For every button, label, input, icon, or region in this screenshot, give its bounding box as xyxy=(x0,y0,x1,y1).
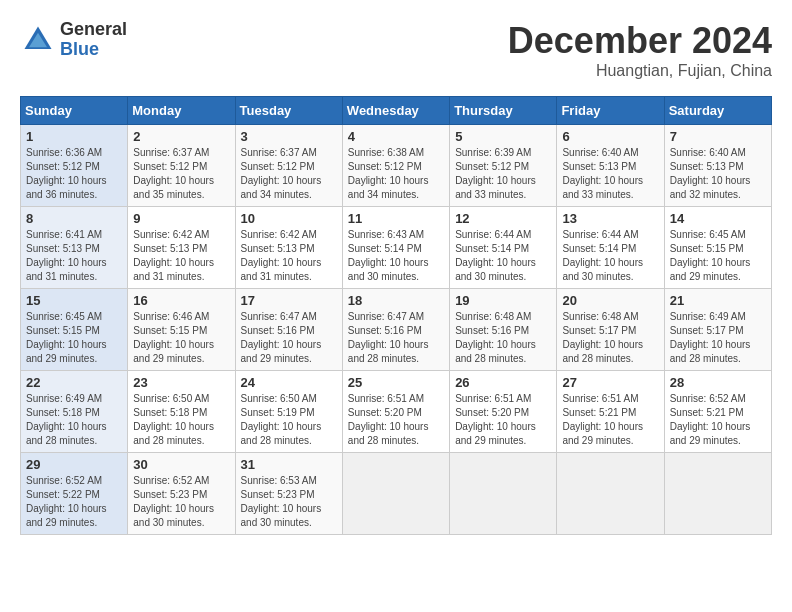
day-number: 10 xyxy=(241,211,337,226)
calendar-cell: 23Sunrise: 6:50 AM Sunset: 5:18 PM Dayli… xyxy=(128,371,235,453)
day-number: 26 xyxy=(455,375,551,390)
day-info: Sunrise: 6:47 AM Sunset: 5:16 PM Dayligh… xyxy=(348,310,444,366)
calendar-cell: 3Sunrise: 6:37 AM Sunset: 5:12 PM Daylig… xyxy=(235,125,342,207)
day-info: Sunrise: 6:52 AM Sunset: 5:23 PM Dayligh… xyxy=(133,474,229,530)
calendar-title: December 2024 xyxy=(508,20,772,62)
day-info: Sunrise: 6:52 AM Sunset: 5:22 PM Dayligh… xyxy=(26,474,122,530)
calendar-cell: 24Sunrise: 6:50 AM Sunset: 5:19 PM Dayli… xyxy=(235,371,342,453)
calendar-cell: 20Sunrise: 6:48 AM Sunset: 5:17 PM Dayli… xyxy=(557,289,664,371)
day-info: Sunrise: 6:40 AM Sunset: 5:13 PM Dayligh… xyxy=(562,146,658,202)
logo-blue-text: Blue xyxy=(60,40,127,60)
day-info: Sunrise: 6:36 AM Sunset: 5:12 PM Dayligh… xyxy=(26,146,122,202)
calendar-cell: 21Sunrise: 6:49 AM Sunset: 5:17 PM Dayli… xyxy=(664,289,771,371)
calendar-cell: 16Sunrise: 6:46 AM Sunset: 5:15 PM Dayli… xyxy=(128,289,235,371)
day-number: 13 xyxy=(562,211,658,226)
day-number: 30 xyxy=(133,457,229,472)
logo-icon xyxy=(20,22,56,58)
day-number: 29 xyxy=(26,457,122,472)
calendar-subtitle: Huangtian, Fujian, China xyxy=(508,62,772,80)
day-info: Sunrise: 6:45 AM Sunset: 5:15 PM Dayligh… xyxy=(670,228,766,284)
calendar-week-row: 22Sunrise: 6:49 AM Sunset: 5:18 PM Dayli… xyxy=(21,371,772,453)
day-number: 21 xyxy=(670,293,766,308)
weekday-row: SundayMondayTuesdayWednesdayThursdayFrid… xyxy=(21,97,772,125)
calendar-cell: 12Sunrise: 6:44 AM Sunset: 5:14 PM Dayli… xyxy=(450,207,557,289)
calendar-cell: 28Sunrise: 6:52 AM Sunset: 5:21 PM Dayli… xyxy=(664,371,771,453)
calendar-cell: 2Sunrise: 6:37 AM Sunset: 5:12 PM Daylig… xyxy=(128,125,235,207)
calendar-cell: 8Sunrise: 6:41 AM Sunset: 5:13 PM Daylig… xyxy=(21,207,128,289)
day-info: Sunrise: 6:46 AM Sunset: 5:15 PM Dayligh… xyxy=(133,310,229,366)
day-number: 28 xyxy=(670,375,766,390)
calendar-cell: 30Sunrise: 6:52 AM Sunset: 5:23 PM Dayli… xyxy=(128,453,235,535)
calendar-cell: 26Sunrise: 6:51 AM Sunset: 5:20 PM Dayli… xyxy=(450,371,557,453)
day-number: 19 xyxy=(455,293,551,308)
calendar-cell xyxy=(342,453,449,535)
weekday-header: Thursday xyxy=(450,97,557,125)
day-info: Sunrise: 6:50 AM Sunset: 5:19 PM Dayligh… xyxy=(241,392,337,448)
day-info: Sunrise: 6:45 AM Sunset: 5:15 PM Dayligh… xyxy=(26,310,122,366)
calendar-cell: 19Sunrise: 6:48 AM Sunset: 5:16 PM Dayli… xyxy=(450,289,557,371)
day-info: Sunrise: 6:48 AM Sunset: 5:17 PM Dayligh… xyxy=(562,310,658,366)
day-number: 27 xyxy=(562,375,658,390)
day-info: Sunrise: 6:37 AM Sunset: 5:12 PM Dayligh… xyxy=(241,146,337,202)
day-info: Sunrise: 6:48 AM Sunset: 5:16 PM Dayligh… xyxy=(455,310,551,366)
day-number: 3 xyxy=(241,129,337,144)
day-info: Sunrise: 6:41 AM Sunset: 5:13 PM Dayligh… xyxy=(26,228,122,284)
day-number: 8 xyxy=(26,211,122,226)
weekday-header: Saturday xyxy=(664,97,771,125)
day-number: 24 xyxy=(241,375,337,390)
day-number: 11 xyxy=(348,211,444,226)
day-number: 15 xyxy=(26,293,122,308)
day-info: Sunrise: 6:40 AM Sunset: 5:13 PM Dayligh… xyxy=(670,146,766,202)
calendar-cell: 5Sunrise: 6:39 AM Sunset: 5:12 PM Daylig… xyxy=(450,125,557,207)
calendar-cell: 13Sunrise: 6:44 AM Sunset: 5:14 PM Dayli… xyxy=(557,207,664,289)
day-number: 31 xyxy=(241,457,337,472)
day-number: 23 xyxy=(133,375,229,390)
calendar-cell: 7Sunrise: 6:40 AM Sunset: 5:13 PM Daylig… xyxy=(664,125,771,207)
calendar-cell: 6Sunrise: 6:40 AM Sunset: 5:13 PM Daylig… xyxy=(557,125,664,207)
calendar-week-row: 1Sunrise: 6:36 AM Sunset: 5:12 PM Daylig… xyxy=(21,125,772,207)
calendar-week-row: 8Sunrise: 6:41 AM Sunset: 5:13 PM Daylig… xyxy=(21,207,772,289)
day-number: 2 xyxy=(133,129,229,144)
day-info: Sunrise: 6:39 AM Sunset: 5:12 PM Dayligh… xyxy=(455,146,551,202)
calendar-cell: 9Sunrise: 6:42 AM Sunset: 5:13 PM Daylig… xyxy=(128,207,235,289)
calendar-cell: 17Sunrise: 6:47 AM Sunset: 5:16 PM Dayli… xyxy=(235,289,342,371)
calendar-body: 1Sunrise: 6:36 AM Sunset: 5:12 PM Daylig… xyxy=(21,125,772,535)
day-info: Sunrise: 6:53 AM Sunset: 5:23 PM Dayligh… xyxy=(241,474,337,530)
calendar-cell xyxy=(557,453,664,535)
page-header: General Blue December 2024 Huangtian, Fu… xyxy=(20,20,772,80)
day-number: 18 xyxy=(348,293,444,308)
day-info: Sunrise: 6:51 AM Sunset: 5:20 PM Dayligh… xyxy=(348,392,444,448)
calendar-cell: 15Sunrise: 6:45 AM Sunset: 5:15 PM Dayli… xyxy=(21,289,128,371)
day-number: 6 xyxy=(562,129,658,144)
title-block: December 2024 Huangtian, Fujian, China xyxy=(508,20,772,80)
day-info: Sunrise: 6:51 AM Sunset: 5:20 PM Dayligh… xyxy=(455,392,551,448)
day-info: Sunrise: 6:47 AM Sunset: 5:16 PM Dayligh… xyxy=(241,310,337,366)
day-number: 17 xyxy=(241,293,337,308)
calendar-cell: 25Sunrise: 6:51 AM Sunset: 5:20 PM Dayli… xyxy=(342,371,449,453)
day-info: Sunrise: 6:37 AM Sunset: 5:12 PM Dayligh… xyxy=(133,146,229,202)
day-number: 25 xyxy=(348,375,444,390)
day-number: 9 xyxy=(133,211,229,226)
calendar-cell: 18Sunrise: 6:47 AM Sunset: 5:16 PM Dayli… xyxy=(342,289,449,371)
weekday-header: Wednesday xyxy=(342,97,449,125)
day-info: Sunrise: 6:43 AM Sunset: 5:14 PM Dayligh… xyxy=(348,228,444,284)
day-info: Sunrise: 6:51 AM Sunset: 5:21 PM Dayligh… xyxy=(562,392,658,448)
day-info: Sunrise: 6:38 AM Sunset: 5:12 PM Dayligh… xyxy=(348,146,444,202)
day-info: Sunrise: 6:50 AM Sunset: 5:18 PM Dayligh… xyxy=(133,392,229,448)
weekday-header: Friday xyxy=(557,97,664,125)
day-info: Sunrise: 6:42 AM Sunset: 5:13 PM Dayligh… xyxy=(241,228,337,284)
day-info: Sunrise: 6:44 AM Sunset: 5:14 PM Dayligh… xyxy=(562,228,658,284)
calendar-cell: 29Sunrise: 6:52 AM Sunset: 5:22 PM Dayli… xyxy=(21,453,128,535)
calendar-header: SundayMondayTuesdayWednesdayThursdayFrid… xyxy=(21,97,772,125)
calendar-week-row: 29Sunrise: 6:52 AM Sunset: 5:22 PM Dayli… xyxy=(21,453,772,535)
calendar-cell xyxy=(450,453,557,535)
calendar-cell: 11Sunrise: 6:43 AM Sunset: 5:14 PM Dayli… xyxy=(342,207,449,289)
day-info: Sunrise: 6:42 AM Sunset: 5:13 PM Dayligh… xyxy=(133,228,229,284)
logo-text: General Blue xyxy=(60,20,127,60)
day-number: 7 xyxy=(670,129,766,144)
day-number: 4 xyxy=(348,129,444,144)
calendar-cell: 10Sunrise: 6:42 AM Sunset: 5:13 PM Dayli… xyxy=(235,207,342,289)
day-number: 14 xyxy=(670,211,766,226)
weekday-header: Tuesday xyxy=(235,97,342,125)
day-info: Sunrise: 6:49 AM Sunset: 5:17 PM Dayligh… xyxy=(670,310,766,366)
